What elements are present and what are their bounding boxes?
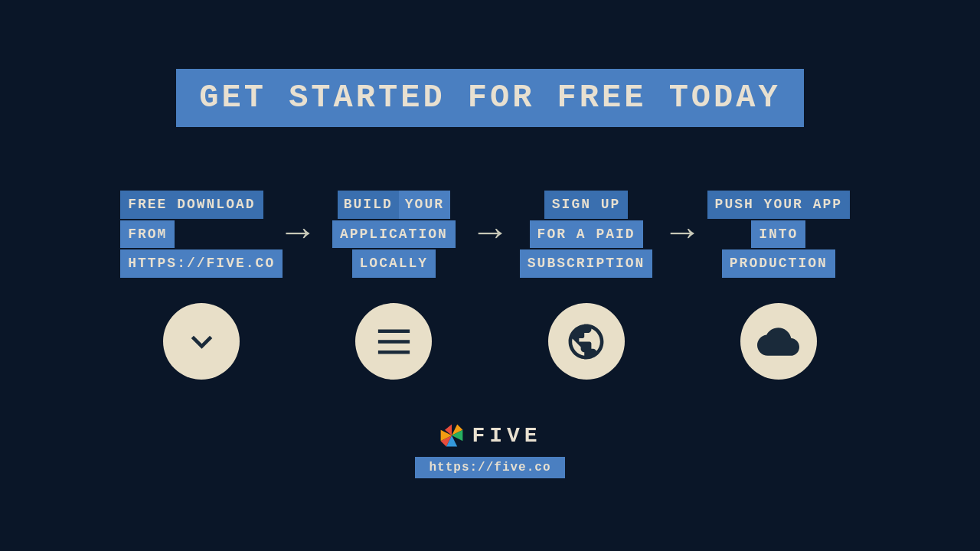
- step-2-label: BUILD YOUR APPLICATION LOCALLY: [332, 188, 456, 280]
- step-4: PUSH YOUR APP INTO PRODUCTION: [687, 188, 871, 380]
- header-section: GET STARTED FOR FREE TODAY: [176, 69, 803, 127]
- step-2-line3: LOCALLY: [352, 249, 436, 278]
- step-3-label: SIGN UP FOR A PAID SUBSCRIPTION: [520, 188, 653, 280]
- step-1-line3: HTTPS://FIVE.CO: [120, 249, 283, 278]
- chevron-down-icon: [181, 321, 223, 363]
- step-3-line1: SIGN UP: [544, 191, 629, 219]
- step-1-line2: FROM: [120, 220, 175, 249]
- step-4-icon: [740, 303, 817, 380]
- cloud-icon: [757, 321, 799, 363]
- step-3: SIGN UP FOR A PAID SUBSCRIPTION: [495, 188, 678, 380]
- logo-row: FIVE: [438, 422, 541, 449]
- list-icon: [373, 321, 415, 363]
- header-title: GET STARTED FOR FREE TODAY: [176, 69, 803, 127]
- step-1: FREE DOWNLOAD FROM HTTPS://FIVE.CO: [109, 188, 293, 380]
- step-4-line2: INTO: [751, 220, 805, 249]
- steps-section: FREE DOWNLOAD FROM HTTPS://FIVE.CO → BUI…: [109, 188, 871, 380]
- step-2-icon: [355, 303, 432, 380]
- url-badge[interactable]: https://five.co: [415, 457, 564, 478]
- step-3-line2: FOR A PAID: [530, 220, 643, 249]
- step-3-icon: [548, 303, 625, 380]
- step-4-line1: PUSH YOUR APP: [707, 191, 850, 219]
- step-3-line3: SUBSCRIPTION: [520, 249, 653, 278]
- step-2: BUILD YOUR APPLICATION LOCALLY: [302, 188, 485, 380]
- globe-icon: [565, 321, 607, 363]
- step-2-rest: YOUR: [399, 191, 450, 219]
- step-2-bold: BUILD: [338, 191, 399, 219]
- step-4-line3: PRODUCTION: [722, 249, 835, 278]
- step-2-line2: APPLICATION: [332, 220, 456, 249]
- five-logo-icon: [438, 422, 466, 449]
- logo-text: FIVE: [472, 424, 541, 448]
- step-1-icon: [163, 303, 240, 380]
- footer-section: FIVE https://five.co: [415, 422, 564, 478]
- step-1-label: FREE DOWNLOAD FROM HTTPS://FIVE.CO: [120, 188, 283, 280]
- step-4-label: PUSH YOUR APP INTO PRODUCTION: [707, 188, 850, 280]
- step-1-line1: FREE DOWNLOAD: [120, 191, 263, 219]
